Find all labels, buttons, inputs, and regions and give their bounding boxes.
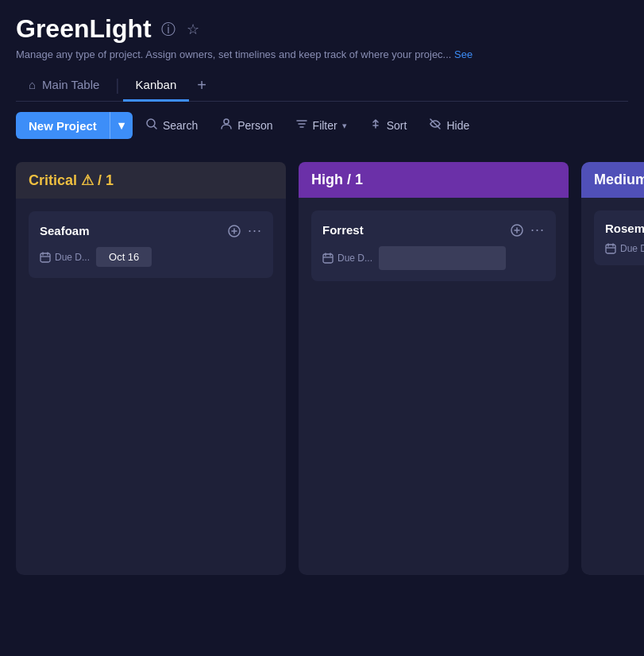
- info-icon: ⓘ: [161, 20, 175, 39]
- star-button[interactable]: ☆: [185, 19, 201, 40]
- tabs-bar: ⌂ Main Table | Kanban +: [16, 70, 628, 102]
- app-subtitle: Manage any type of project. Assign owner…: [16, 48, 628, 60]
- card-seafoam-date-row: Due D... Oct 16: [40, 247, 262, 267]
- column-medium-header: Medium / ...: [581, 162, 644, 198]
- tab-kanban[interactable]: Kanban: [123, 70, 190, 102]
- filter-button[interactable]: Filter ▾: [286, 111, 357, 140]
- card-forrest-date-badge[interactable]: [379, 246, 506, 270]
- card-seafoam-title: Seafoam: [40, 224, 90, 237]
- kanban-board: Critical ⚠ / 1 Seafoam ···: [0, 149, 644, 588]
- svg-rect-14: [323, 254, 333, 263]
- filter-chevron-icon: ▾: [342, 121, 347, 131]
- search-button[interactable]: Search: [136, 111, 207, 140]
- filter-icon: [295, 118, 308, 133]
- column-critical: Critical ⚠ / 1 Seafoam ···: [16, 162, 286, 575]
- search-icon: [145, 118, 158, 133]
- column-high-header: High / 1: [299, 162, 569, 198]
- app-title: GreenLight: [16, 14, 152, 44]
- svg-point-2: [224, 119, 229, 124]
- card-seafoam: Seafoam ···: [29, 211, 273, 278]
- card-rosemary-due-label: Due D...: [605, 243, 644, 254]
- new-project-button[interactable]: New Project ▾: [16, 112, 133, 139]
- card-forrest: Forrest ···: [311, 210, 556, 281]
- sort-button[interactable]: Sort: [360, 111, 417, 140]
- see-more-link[interactable]: See: [454, 48, 472, 60]
- add-tab-button[interactable]: +: [189, 70, 214, 101]
- column-high-title: High / 1: [311, 172, 363, 187]
- card-seafoam-comment-button[interactable]: [227, 224, 241, 238]
- card-seafoam-header: Seafoam ···: [40, 222, 262, 239]
- more-dots-icon: ···: [248, 222, 262, 239]
- card-seafoam-actions: ···: [227, 222, 262, 239]
- column-critical-header: Critical ⚠ / 1: [16, 162, 286, 199]
- column-critical-title: Critical ⚠ / 1: [29, 172, 114, 188]
- card-forrest-due-label: Due D...: [322, 253, 372, 264]
- person-icon: [220, 118, 233, 133]
- card-seafoam-more-button[interactable]: ···: [248, 222, 262, 239]
- header: GreenLight ⓘ ☆ Manage any type of projec…: [0, 0, 644, 102]
- card-rosemary-date-row: Due D...: [605, 243, 644, 254]
- column-high: High / 1 Forrest ···: [299, 162, 569, 575]
- card-forrest-date-row: Due D...: [322, 246, 545, 270]
- info-button[interactable]: ⓘ: [160, 18, 177, 41]
- hide-icon: [429, 118, 442, 133]
- card-forrest-header: Forrest ···: [322, 222, 545, 238]
- card-forrest-actions: ···: [510, 222, 545, 238]
- chevron-down-icon: ▾: [118, 118, 125, 133]
- star-icon: ☆: [187, 21, 199, 38]
- home-icon: ⌂: [29, 78, 36, 91]
- tab-divider: |: [112, 76, 122, 95]
- new-project-label: New Project: [16, 113, 110, 139]
- sort-icon: [369, 118, 382, 133]
- column-medium-inner: Medium / ... Rosemary Due D...: [581, 162, 644, 575]
- svg-line-1: [154, 126, 156, 129]
- app-title-row: GreenLight ⓘ ☆: [16, 14, 628, 44]
- svg-rect-18: [606, 245, 615, 253]
- card-rosemary: Rosemary Due D...: [594, 210, 644, 265]
- hide-button[interactable]: Hide: [419, 111, 479, 140]
- tab-main-table[interactable]: ⌂ Main Table: [16, 70, 112, 102]
- card-seafoam-due-label: Due D...: [40, 252, 90, 263]
- card-rosemary-header: Rosemary: [605, 222, 644, 235]
- toolbar: New Project ▾ Search Person Filter: [0, 102, 644, 149]
- column-medium-partial: Medium / ... Rosemary Due D...: [581, 162, 644, 575]
- more-dots-icon: ···: [530, 222, 545, 238]
- svg-rect-7: [40, 253, 50, 262]
- card-seafoam-date-badge[interactable]: Oct 16: [96, 247, 152, 267]
- person-button[interactable]: Person: [210, 111, 282, 140]
- card-forrest-title: Forrest: [322, 223, 364, 237]
- card-forrest-more-button[interactable]: ···: [530, 222, 545, 238]
- card-forrest-comment-button[interactable]: [510, 223, 524, 237]
- card-rosemary-title: Rosemary: [605, 222, 644, 235]
- new-project-chevron[interactable]: ▾: [110, 112, 133, 139]
- column-medium-title: Medium / ...: [594, 172, 644, 187]
